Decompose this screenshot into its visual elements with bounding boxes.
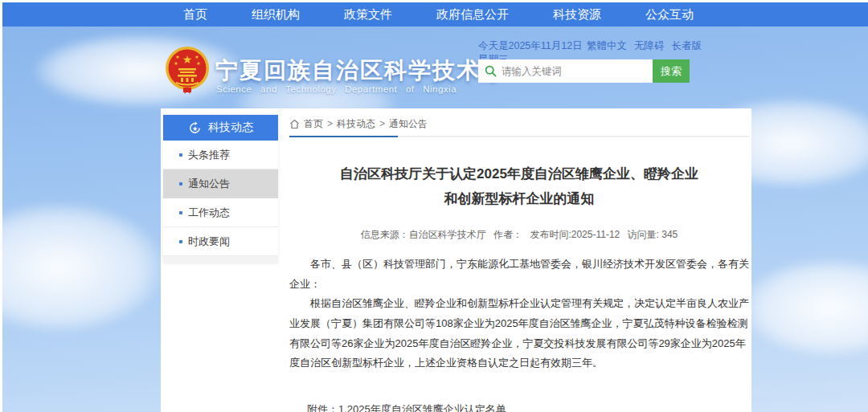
nav-item-policy-documents[interactable]: 政策文件 xyxy=(344,7,392,22)
attachment-link-1[interactable]: 1.2025年度自治区雏鹰企业认定名单 xyxy=(338,401,538,412)
breadcrumb-separator: > xyxy=(327,118,333,129)
sidebar-item-notices[interactable]: 通知公告 xyxy=(163,169,278,198)
bullet-icon xyxy=(179,240,182,243)
sidebar-item-label: 工作动态 xyxy=(188,206,230,220)
sidebar: ★ 科技动态 头条推荐 通知公告 工作动态 时政要闻 xyxy=(163,115,278,263)
nav-item-home[interactable]: 首页 xyxy=(183,7,207,22)
search-input[interactable] xyxy=(502,66,646,77)
content-panel: ★ 科技动态 头条推荐 通知公告 工作动态 时政要闻 xyxy=(161,108,751,412)
article-title: 自治区科技厅关于认定2025年度自治区雏鹰企业、瞪羚企业 和创新型标杆企业的通知 xyxy=(289,161,749,212)
article-title-line2: 和创新型标杆企业的通知 xyxy=(289,186,749,211)
main-content: 首页 > 科技动态 > 通知公告 自治区科技厅关于认定2025年度自治区雏鹰企业… xyxy=(289,115,749,412)
breadcrumb-home[interactable]: 首页 xyxy=(304,117,323,131)
bullet-icon xyxy=(179,182,182,186)
breadcrumb-separator: > xyxy=(379,118,385,129)
meta-source: 信息来源：自治区科学技术厅 xyxy=(361,229,486,240)
meta-publish-time: 发布时间:2025-11-12 xyxy=(530,229,620,240)
sidebar-item-label: 时政要闻 xyxy=(188,235,230,249)
svg-text:★: ★ xyxy=(175,55,179,59)
home-icon xyxy=(289,119,300,129)
breadcrumb-tech-news[interactable]: 科技动态 xyxy=(337,117,375,131)
sidebar-item-politics-news[interactable]: 时政要闻 xyxy=(163,227,278,256)
sidebar-item-label: 通知公告 xyxy=(188,177,230,191)
nav-item-tech-resources[interactable]: 科技资源 xyxy=(553,7,601,22)
svg-text:★: ★ xyxy=(182,53,193,66)
attachments-label: 附件： xyxy=(307,401,338,412)
breadcrumb: 首页 > 科技动态 > 通知公告 xyxy=(289,115,749,133)
article-paragraph: 各市、县（区）科技管理部门，宁东能源化工基地管委会，银川经济技术开发区管委会，各… xyxy=(289,255,749,294)
breadcrumb-divider-accent xyxy=(289,136,398,137)
article-meta: 信息来源：自治区科学技术厅 作者： 发布时间:2025-11-12 访问量: 3… xyxy=(289,228,749,242)
search-button[interactable]: 搜索 xyxy=(653,59,690,83)
svg-text:★: ★ xyxy=(194,55,199,59)
meta-author: 作者： xyxy=(493,229,522,240)
sidebar-title: 科技动态 xyxy=(208,120,253,135)
site-header: ★ ★ ★ ★ ★ 宁夏回族自治区科学技术厅 Science and Techn… xyxy=(0,27,868,108)
svg-text:★: ★ xyxy=(174,61,178,66)
cloud-decoration xyxy=(742,259,868,356)
article-paragraph: 根据自治区雏鹰企业、瞪羚企业和创新型标杆企业认定管理有关规定，决定认定半亩良人农… xyxy=(289,294,749,373)
search-icon xyxy=(485,65,497,77)
cloud-decoration xyxy=(0,203,163,332)
search-box xyxy=(478,59,653,83)
sidebar-item-label: 头条推荐 xyxy=(188,148,230,162)
svg-text:★: ★ xyxy=(192,124,198,132)
sidebar-item-headlines[interactable]: 头条推荐 xyxy=(163,141,278,169)
sidebar-item-work-news[interactable]: 工作动态 xyxy=(163,198,278,227)
breadcrumb-notices[interactable]: 通知公告 xyxy=(389,117,428,131)
meta-views: 访问量: 345 xyxy=(628,229,678,240)
refresh-star-icon: ★ xyxy=(188,121,202,135)
bullet-icon xyxy=(179,211,182,214)
nav-item-public-interaction[interactable]: 公众互动 xyxy=(645,7,694,22)
sidebar-header: ★ 科技动态 xyxy=(163,115,278,141)
top-navigation: 首页 组织机构 政策文件 政府信息公开 科技资源 公众互动 xyxy=(2,2,868,27)
attachments: 附件： 1.2025年度自治区雏鹰企业认定名单 2.2025年度自治区瞪羚企业认… xyxy=(307,401,749,412)
nav-item-gov-info-disclosure[interactable]: 政府信息公开 xyxy=(436,7,509,22)
bullet-icon xyxy=(179,153,182,157)
article-body: 各市、县（区）科技管理部门，宁东能源化工基地管委会，银川经济技术开发区管委会，各… xyxy=(289,255,749,373)
search-bar: 搜索 xyxy=(478,59,690,83)
site-title: 宁夏回族自治区科学技术厅 xyxy=(215,55,505,86)
breadcrumb-divider xyxy=(289,136,749,137)
sidebar-footer xyxy=(163,256,278,263)
site-subtitle: Science and Technology Department of Nin… xyxy=(216,84,457,94)
national-emblem-logo: ★ ★ ★ ★ ★ xyxy=(165,46,210,97)
nav-item-organization[interactable]: 组织机构 xyxy=(252,7,300,22)
svg-text:★: ★ xyxy=(196,61,200,66)
page: 首页 组织机构 政策文件 政府信息公开 科技资源 公众互动 ★ ★ ★ ★ ★ … xyxy=(0,0,868,412)
article-title-line1: 自治区科技厅关于认定2025年度自治区雏鹰企业、瞪羚企业 xyxy=(289,161,749,186)
attachments-list: 1.2025年度自治区雏鹰企业认定名单 2.2025年度自治区瞪羚企业认定名单 … xyxy=(338,401,538,412)
